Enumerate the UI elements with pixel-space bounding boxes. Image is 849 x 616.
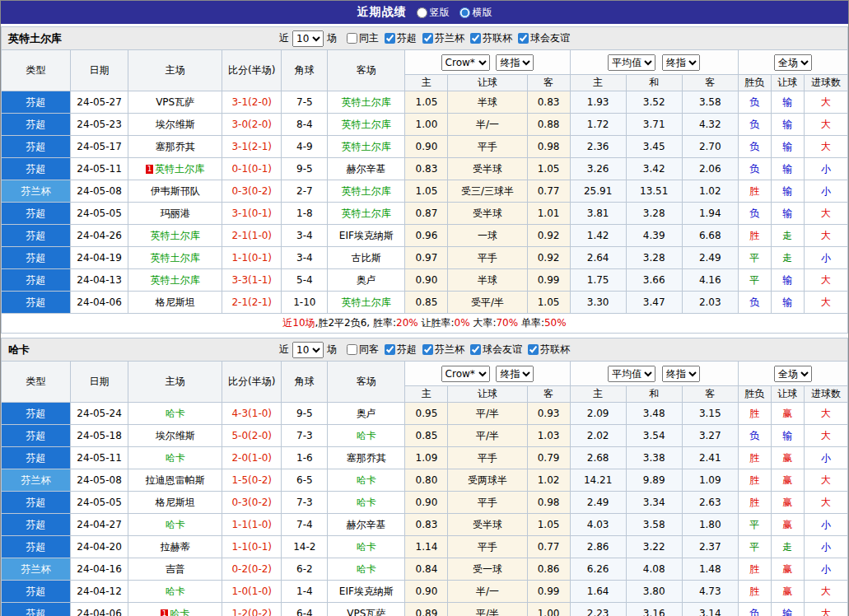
ah-index-select[interactable]: 终指 (496, 366, 534, 382)
filter-checkbox[interactable]: 芬超 (385, 343, 417, 357)
score-cell[interactable]: 3-3(1-1) (222, 269, 282, 292)
score-cell[interactable]: 2-1(1-0) (222, 225, 282, 247)
score-cell[interactable]: 3-0(2-0) (222, 114, 282, 136)
team-name[interactable]: 格尼斯坦 (156, 497, 195, 508)
team-name[interactable]: 哈卡 (357, 430, 376, 441)
team-name[interactable]: 古比斯 (352, 252, 381, 264)
league-cell[interactable]: 芬超 (2, 203, 71, 225)
team-name[interactable]: 英特土尔库 (342, 185, 391, 197)
filter-checkbox[interactable]: 同主 (347, 31, 379, 45)
team-name[interactable]: EIF埃克纳斯 (339, 230, 394, 241)
avg-select[interactable]: 平均值 (608, 54, 655, 71)
team-name[interactable]: 英特土尔库 (342, 119, 391, 130)
team-name[interactable]: 哈卡 (357, 541, 376, 553)
league-cell[interactable]: 芬超 (2, 425, 71, 447)
team-name[interactable]: 哈卡 (170, 608, 189, 616)
team-name[interactable]: 玛丽港 (161, 208, 190, 219)
league-cell[interactable]: 芬超 (2, 91, 71, 114)
score-cell[interactable]: 2-1(2-1) (222, 292, 282, 314)
league-cell[interactable]: 芬超 (2, 514, 71, 536)
league-cell[interactable]: 芬兰杯 (2, 469, 71, 492)
league-cell[interactable]: 芬超 (2, 269, 71, 292)
layout-radio[interactable]: 横版 (459, 6, 492, 20)
layout-radio-input[interactable] (459, 7, 470, 18)
filter-checkbox-input[interactable] (470, 344, 481, 355)
scope-select[interactable]: 全场 (774, 366, 812, 382)
euro-index-select[interactable]: 终指 (662, 54, 700, 71)
team-name[interactable]: EIF埃克纳斯 (339, 586, 394, 597)
team-name[interactable]: 英特土尔库 (342, 141, 391, 152)
team-name[interactable]: 英特土尔库 (342, 96, 391, 108)
team-name[interactable]: 哈卡 (166, 586, 185, 597)
team-name[interactable]: 埃尔维斯 (156, 119, 195, 130)
filter-checkbox-input[interactable] (347, 344, 357, 355)
score-cell[interactable]: 0-3(0-2) (222, 180, 282, 203)
team-name[interactable]: 格尼斯坦 (156, 296, 195, 308)
team-name[interactable]: 塞那乔其 (347, 452, 386, 464)
filter-checkbox-input[interactable] (528, 344, 539, 355)
team-name[interactable]: 赫尔辛基 (347, 163, 386, 175)
team-name[interactable]: 拉赫蒂 (161, 541, 190, 553)
league-cell[interactable]: 芬超 (2, 536, 71, 558)
score-cell[interactable]: 1-1(0-1) (222, 536, 282, 558)
team-name[interactable]: 哈卡 (357, 497, 376, 508)
league-cell[interactable]: 芬超 (2, 114, 71, 136)
score-cell[interactable]: 3-1(2-1) (222, 136, 282, 158)
ah-index-select[interactable]: 终指 (496, 54, 534, 71)
team-name[interactable]: 哈卡 (166, 519, 185, 530)
filter-checkbox-input[interactable] (422, 33, 433, 44)
filter-checkbox-input[interactable] (470, 33, 481, 44)
rounds-select[interactable]: 10 (292, 342, 324, 358)
bookmaker-select[interactable]: Crow* (441, 54, 490, 71)
bookmaker-select[interactable]: Crow* (441, 366, 490, 382)
league-cell[interactable]: 芬超 (2, 492, 71, 514)
score-cell[interactable]: 1-0(1-0) (222, 581, 282, 603)
scope-select[interactable]: 全场 (774, 54, 812, 71)
team-name[interactable]: VPS瓦萨 (347, 608, 385, 616)
team-name[interactable]: 英特土尔库 (342, 208, 391, 219)
league-cell[interactable]: 芬超 (2, 581, 71, 603)
league-cell[interactable]: 芬超 (2, 603, 71, 616)
team-name[interactable]: 英特土尔库 (155, 163, 204, 175)
team-name[interactable]: 拉迪恩雷帕斯 (146, 474, 205, 486)
rounds-select[interactable]: 10 (292, 30, 324, 47)
league-cell[interactable]: 芬超 (2, 247, 71, 269)
score-cell[interactable]: 1-1(0-1) (222, 247, 282, 269)
team-name[interactable]: 伊韦斯邗队 (151, 185, 200, 197)
filter-checkbox[interactable]: 同客 (347, 343, 379, 357)
league-cell[interactable]: 芬超 (2, 292, 71, 314)
layout-radio-input[interactable] (417, 7, 427, 18)
filter-checkbox[interactable]: 球会友谊 (518, 31, 570, 45)
filter-checkbox-input[interactable] (347, 33, 357, 44)
team-name[interactable]: 吉普 (166, 563, 185, 575)
score-cell[interactable]: 1-1(1-0) (222, 514, 282, 536)
filter-checkbox[interactable]: 芬联杯 (470, 31, 512, 45)
filter-checkbox-input[interactable] (385, 344, 395, 355)
league-cell[interactable]: 芬超 (2, 403, 71, 425)
league-cell[interactable]: 芬兰杯 (2, 558, 71, 581)
avg-select[interactable]: 平均值 (608, 366, 655, 382)
score-cell[interactable]: 0-1(0-1) (222, 158, 282, 180)
team-name[interactable]: 奥卢 (357, 408, 376, 419)
score-cell[interactable]: 0-3(0-2) (222, 492, 282, 514)
league-cell[interactable]: 芬超 (2, 136, 71, 158)
team-name[interactable]: 哈卡 (357, 563, 376, 575)
score-cell[interactable]: 1-2(0-2) (222, 603, 282, 616)
filter-checkbox-input[interactable] (422, 344, 433, 355)
league-cell[interactable]: 芬超 (2, 158, 71, 180)
team-name[interactable]: 奥卢 (357, 274, 376, 286)
layout-radio[interactable]: 竖版 (417, 6, 450, 20)
score-cell[interactable]: 5-0(2-0) (222, 425, 282, 447)
team-name[interactable]: 哈卡 (357, 474, 376, 486)
euro-index-select[interactable]: 终指 (662, 366, 700, 382)
filter-checkbox-input[interactable] (518, 33, 529, 44)
score-cell[interactable]: 4-3(1-0) (222, 403, 282, 425)
score-cell[interactable]: 3-1(0-1) (222, 203, 282, 225)
filter-checkbox[interactable]: 芬兰杯 (422, 343, 464, 357)
team-name[interactable]: 塞那乔其 (156, 141, 195, 152)
team-name[interactable]: VPS瓦萨 (156, 96, 194, 108)
league-cell[interactable]: 芬兰杯 (2, 180, 71, 203)
score-cell[interactable]: 3-1(2-0) (222, 91, 282, 114)
filter-checkbox[interactable]: 球会友谊 (470, 343, 522, 357)
team-name[interactable]: 哈卡 (166, 452, 185, 464)
